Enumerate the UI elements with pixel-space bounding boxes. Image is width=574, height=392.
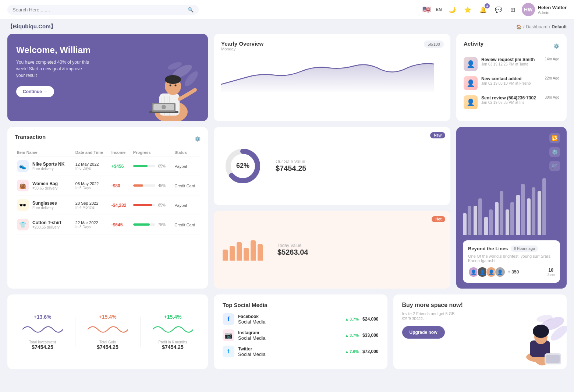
- event-day: 10: [547, 268, 555, 273]
- cell-date-1: 06 May 2022 In 5 Days: [73, 176, 109, 195]
- cell-income-0: +$456: [109, 156, 131, 176]
- svg-point-12: [175, 85, 177, 86]
- bi6: [489, 209, 493, 235]
- bi12: [521, 184, 525, 235]
- event-month: June: [547, 273, 555, 277]
- sale-value-amount: $7454.25: [276, 164, 306, 173]
- beyond-title-text: Beyond the Lines: [468, 246, 508, 251]
- breadcrumb-dashboard[interactable]: Dashboard: [526, 24, 548, 29]
- activity-item-2: 👤 Sent review (504)236-7302 Jan 02 19 07…: [464, 95, 559, 109]
- activity-sub-2: Jan 02 19 07:35 PM at Iris: [481, 100, 536, 105]
- notifications-button[interactable]: 🔔 4: [478, 5, 488, 15]
- progress-label-0: 65%: [158, 164, 166, 168]
- search-bar[interactable]: 🔍: [7, 5, 199, 15]
- expand-button[interactable]: ⊞: [509, 5, 517, 15]
- upgrade-button[interactable]: Upgrade now: [402, 326, 445, 339]
- cell-status-0: Paypal: [172, 156, 201, 176]
- topnav-right: 🇺🇸 EN 🌙 ⭐ 🔔 4 💬 ⊞ HW Helen Walter Admin: [422, 3, 567, 16]
- social-amount-1: $33,000: [362, 333, 378, 338]
- invest-value-2: $7454.25: [153, 344, 193, 350]
- today-bar-chart: [223, 239, 263, 261]
- table-row-1: 👜 Women Bag ₹83.65 delivery 06 May 2022 …: [15, 176, 201, 195]
- social-amount-2: $72,000: [362, 349, 378, 354]
- avatar-4: 👤: [495, 266, 506, 278]
- continue-button[interactable]: Continue →: [16, 86, 54, 97]
- item-sub-1: ₹83.65 delivery: [32, 186, 58, 190]
- activity-title-2: Sent review (504)236-7302: [481, 95, 536, 100]
- social-row-0: f Facebook Social Media ▲ 3.7% $24,000: [223, 313, 379, 325]
- activity-settings-icon[interactable]: ⚙️: [553, 43, 559, 49]
- date-main-2: 28 Sep 2022: [75, 201, 107, 205]
- sale-value-label: Our Sale Value: [276, 159, 306, 164]
- invest-wave-2: [153, 322, 193, 337]
- cell-item-0: 👟 Nike Sports NK Free delivery: [15, 156, 73, 176]
- search-input[interactable]: [13, 7, 185, 13]
- progress-wrap-0: [133, 165, 155, 167]
- star-button[interactable]: ⭐: [463, 5, 473, 15]
- table-row-3: 👕 Cotton T-shirt ₹283.65 delivery 22 Mar…: [15, 215, 201, 234]
- buy-space-title: Buy more space now!: [402, 302, 558, 308]
- date-sub-3: In 8 Days: [75, 225, 107, 229]
- bi9: [506, 209, 509, 235]
- welcome-card: Welcome, William You have completed 40% …: [7, 34, 208, 121]
- date-sub-2: In 4 Months: [75, 205, 107, 209]
- avatars-group: 👤 👤 👤 👤: [468, 266, 506, 278]
- bi3: [474, 206, 477, 235]
- instagram-icon: 📷: [223, 329, 234, 341]
- status-3: Credit Card: [174, 223, 195, 227]
- chart-icon-1[interactable]: 🔁: [549, 133, 560, 143]
- sale-value-card: 62% Our Sale Value $7454.25 New: [214, 127, 450, 205]
- activity-sub-1: Jan 02 19 03:10 PM at Fresno: [481, 81, 531, 85]
- item-sub-3: ₹283.65 delivery: [32, 225, 61, 229]
- twitter-icon: t: [223, 346, 234, 357]
- social-media-card: Top Social Media f Facebook Social Media…: [214, 294, 387, 369]
- yearly-score: 50/100: [424, 40, 444, 48]
- language-label[interactable]: EN: [436, 7, 442, 12]
- activity-time-1: 22m Ago: [545, 76, 559, 80]
- invest-label-0: Total Investment: [22, 340, 63, 344]
- table-row-2: 🕶️ Sunglasses Free delivery 28 Sep 2022 …: [15, 195, 201, 215]
- item-name-1: Women Bag: [32, 181, 58, 186]
- chart-icon-3[interactable]: 🛒: [549, 161, 560, 171]
- invest-item-0: +13.6% Total Investment $7454.25: [22, 314, 63, 350]
- social-info-2: Twitter Social Media: [238, 346, 341, 357]
- social-info-0: Facebook Social Media: [238, 314, 341, 325]
- bi15: [538, 191, 541, 235]
- social-sub-1: Social Media: [238, 335, 341, 341]
- item-icon-1: 👜: [17, 180, 29, 191]
- chart-icon-2[interactable]: ⚙️: [549, 147, 560, 157]
- transaction-settings-icon[interactable]: ⚙️: [195, 136, 201, 142]
- middle-column: 62% Our Sale Value $7454.25 New Today Va…: [214, 127, 450, 289]
- bi10: [510, 202, 514, 235]
- buy-space-desc: Invite 2 Friends and get 5 GB extra spac…: [402, 311, 461, 320]
- date-sub-0: In 6 Days: [75, 166, 107, 170]
- cell-item-1: 👜 Women Bag ₹83.65 delivery: [15, 176, 73, 195]
- bar-6: [258, 244, 263, 261]
- today-value-label: Today Value: [277, 243, 308, 248]
- social-amount-0: $24,000: [362, 317, 378, 322]
- dark-mode-toggle[interactable]: 🌙: [447, 5, 457, 15]
- event-date: 10 June: [547, 268, 555, 277]
- social-row-2: t Twitter Social Media ▲ 7.6% $72,000: [223, 346, 379, 357]
- income-2: -$4,232: [111, 203, 127, 208]
- transaction-title: Transaction: [15, 134, 46, 140]
- notification-badge: 4: [485, 3, 490, 8]
- invest-wave-1: [88, 322, 128, 337]
- col-date-time: Date and Time: [73, 149, 109, 156]
- activity-title: Activity: [464, 40, 483, 47]
- today-value-amount: $5263.04: [277, 248, 308, 257]
- progress-label-2: 85%: [158, 203, 166, 207]
- cell-progress-0: 65%: [131, 156, 172, 176]
- progress-wrap-1: [133, 184, 155, 187]
- cell-income-3: -$645: [109, 215, 131, 234]
- activity-sub-0: Jan 03 19 12:25 PM at Tame: [481, 62, 535, 66]
- chat-button[interactable]: 💬: [493, 5, 504, 15]
- invest-item-1: +15.4% Total Gain $7454.25: [88, 314, 128, 350]
- bg8: [538, 178, 546, 235]
- social-change-0: ▲ 3.7%: [345, 317, 359, 321]
- activity-text-1: New contact added Jan 02 19 03:10 PM at …: [481, 76, 531, 85]
- welcome-desc: You have completed 40% of your this week…: [16, 59, 90, 79]
- status-1: Credit Card: [174, 184, 195, 188]
- bi11: [516, 195, 520, 235]
- user-profile[interactable]: HW Helen Walter Admin: [522, 3, 567, 16]
